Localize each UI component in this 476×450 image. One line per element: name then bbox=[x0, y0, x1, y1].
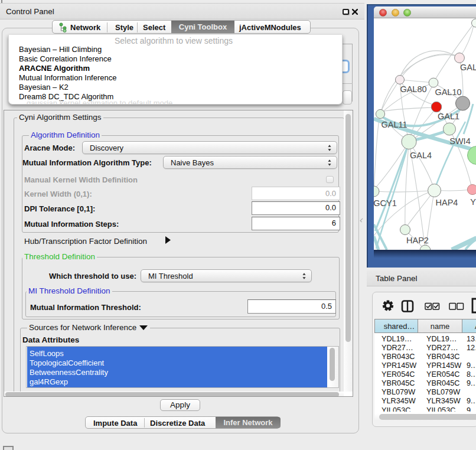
svg-text:HAP2: HAP2 bbox=[406, 236, 429, 245]
svg-text:GAL11: GAL11 bbox=[381, 120, 407, 129]
svg-text:HAP4: HAP4 bbox=[436, 198, 458, 207]
svg-text:SWI4: SWI4 bbox=[449, 136, 470, 146]
svg-text:Y: Y bbox=[470, 197, 476, 207]
svg-text:GAL80: GAL80 bbox=[400, 84, 426, 94]
svg-text:GAL10: GAL10 bbox=[435, 87, 461, 97]
svg-text:GAL1: GAL1 bbox=[438, 112, 459, 121]
svg-text:GAL4: GAL4 bbox=[410, 151, 432, 160]
svg-text:GCY1: GCY1 bbox=[374, 198, 397, 208]
svg-text:GAL2: GAL2 bbox=[460, 63, 476, 72]
